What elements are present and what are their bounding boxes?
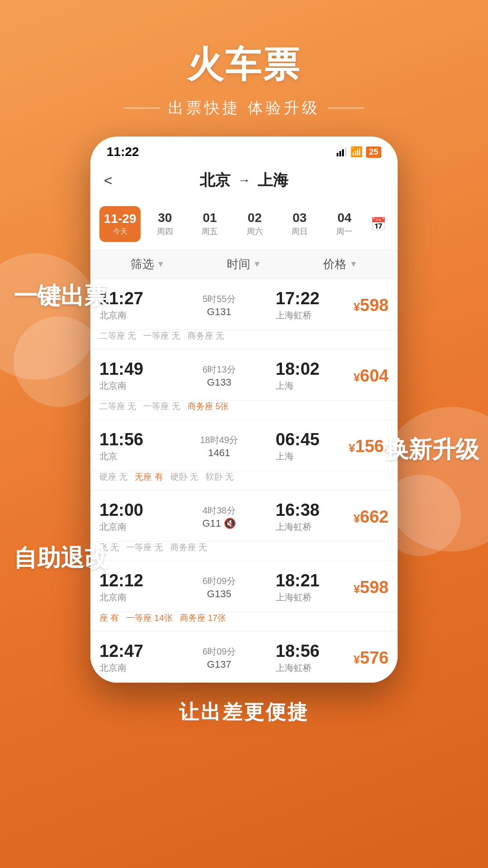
seat-1-0: 二等座 无	[99, 401, 136, 412]
train-arrive-3: 16:38 上海虹桥	[276, 500, 339, 533]
train-arrive-2: 06:45 上海	[276, 430, 339, 462]
route-title: 北京 → 上海	[200, 170, 288, 191]
seat-1-2: 商务座 5张	[188, 401, 229, 412]
bottom-section: 让出差更便捷	[0, 683, 488, 739]
price-value-1: ¥604	[339, 366, 389, 386]
date-item-1[interactable]: 30 周四	[144, 205, 185, 242]
train-middle-4: 6时09分 G135	[163, 575, 276, 600]
train-number-0: G131	[207, 306, 231, 318]
depart-time-5: 12:47	[99, 642, 163, 661]
date-day-4: 周日	[291, 226, 308, 237]
filter-screen-arrow: ▼	[157, 259, 165, 269]
seat-4-0: 座 有	[99, 612, 119, 624]
wifi-icon: 📶	[350, 146, 362, 158]
seat-3-1: 一等座 无	[126, 542, 163, 553]
seat-0-2: 商务座 无	[188, 330, 224, 342]
train-item-0[interactable]: 11:27 北京南 5时55分 G131 17:22 上海虹桥 ¥598	[90, 279, 398, 349]
subtitle-text: 出票快捷 体验升级	[168, 98, 319, 118]
train-row-0: 11:27 北京南 5时55分 G131 17:22 上海虹桥 ¥598	[90, 279, 398, 330]
train-item-3[interactable]: 12:00 北京南 4时38分 G11 🔇 16:38 上海虹桥 ¥662	[90, 491, 398, 561]
date-num-4: 03	[292, 211, 306, 225]
seat-info-0: 二等座 无 一等座 无 商务座 无	[90, 330, 398, 349]
train-number-3: G11 🔇	[202, 518, 236, 529]
date-day-1: 周四	[157, 226, 173, 237]
train-arrive-1: 18:02 上海	[276, 359, 339, 392]
price-value-5: ¥576	[339, 648, 389, 668]
train-number-1: G133	[207, 377, 231, 388]
arrive-station-3: 上海虹桥	[276, 521, 339, 533]
arrive-station-5: 上海虹桥	[276, 662, 339, 674]
status-time: 11:22	[107, 145, 139, 159]
arrive-time-3: 16:38	[276, 500, 339, 520]
back-button[interactable]: <	[104, 172, 113, 189]
train-row-2: 11:56 北京 18时49分 1461 06:45 上海 ¥156.	[90, 420, 398, 471]
header: 火车票 出票快捷 体验升级	[0, 0, 488, 137]
date-item-2[interactable]: 01 周五	[189, 205, 230, 242]
train-row-3: 12:00 北京南 4时38分 G11 🔇 16:38 上海虹桥 ¥662	[90, 491, 398, 542]
duration-4: 6时09分	[202, 575, 235, 587]
seat-info-4: 座 有 一等座 14张 商务座 17张	[90, 612, 398, 632]
train-middle-2: 18时49分 1461	[163, 434, 276, 459]
signal-bar-4	[345, 147, 347, 156]
filter-time[interactable]: 时间 ▼	[196, 256, 292, 272]
train-price-4: ¥598	[339, 578, 389, 597]
train-arrive-0: 17:22 上海虹桥	[276, 289, 339, 321]
dest-city: 上海	[258, 170, 288, 191]
seat-3-2: 商务座 无	[170, 542, 207, 553]
depart-time-4: 12:12	[99, 571, 163, 590]
train-price-3: ¥662	[339, 507, 389, 527]
filter-time-arrow: ▼	[253, 259, 261, 269]
price-value-4: ¥598	[339, 578, 389, 597]
arrive-station-2: 上海	[276, 450, 339, 462]
filter-screen[interactable]: 筛选 ▼	[99, 256, 196, 272]
date-selector: 11-29 今天 30 周四 01 周五 02 周六 03 周日 04 周一	[90, 198, 398, 250]
seat-0-1: 一等座 无	[143, 330, 180, 342]
train-middle-5: 6时09分 G137	[163, 646, 276, 670]
train-list: 11:27 北京南 5时55分 G131 17:22 上海虹桥 ¥598	[90, 279, 398, 683]
train-item-1[interactable]: 11:49 北京南 6时13分 G133 18:02 上海 ¥604	[90, 349, 398, 420]
app-title: 火车票	[0, 41, 488, 90]
train-arrive-4: 18:21 上海虹桥	[276, 571, 339, 604]
date-num-1: 30	[158, 211, 172, 225]
filter-price-label: 价格	[323, 256, 347, 272]
calendar-button[interactable]: 📅	[369, 214, 389, 234]
train-depart-3: 12:00 北京南	[99, 500, 163, 533]
arrive-station-1: 上海	[276, 380, 339, 392]
date-item-5[interactable]: 04 周一	[324, 205, 365, 242]
seat-2-3: 软卧 无	[206, 471, 234, 483]
bottom-label: 让出差更便捷	[179, 701, 309, 723]
filter-screen-label: 筛选	[131, 256, 154, 272]
arrive-time-1: 18:02	[276, 359, 339, 379]
price-value-0: ¥598	[339, 296, 389, 315]
seat-info-2: 硬座 无 无座 有 硬卧 无 软卧 无	[90, 471, 398, 491]
depart-station-3: 北京南	[99, 521, 163, 533]
date-item-0[interactable]: 11-29 今天	[99, 206, 141, 242]
train-price-5: ¥576	[339, 648, 389, 668]
signal-bar-2	[339, 151, 341, 156]
duration-1: 6时13分	[202, 363, 235, 376]
date-item-3[interactable]: 02 周六	[234, 205, 275, 242]
seat-2-2: 硬卧 无	[170, 471, 198, 483]
train-item-5[interactable]: 12:47 北京南 6时09分 G137 18:56 上海虹桥 ¥576	[90, 632, 398, 683]
filter-price[interactable]: 价格 ▼	[292, 256, 389, 272]
label-refund: 自助退改	[14, 542, 108, 574]
train-item-2[interactable]: 11:56 北京 18时49分 1461 06:45 上海 ¥156.	[90, 420, 398, 491]
train-item-4[interactable]: 12:12 北京南 6时09分 G135 18:21 上海虹桥 ¥598	[90, 561, 398, 632]
depart-time-0: 11:27	[99, 289, 163, 308]
train-middle-3: 4时38分 G11 🔇	[163, 505, 276, 529]
train-row-1: 11:49 北京南 6时13分 G133 18:02 上海 ¥604	[90, 349, 398, 401]
depart-station-2: 北京	[99, 450, 163, 462]
train-depart-1: 11:49 北京南	[99, 359, 163, 392]
depart-station-5: 北京南	[99, 662, 163, 674]
price-value-2: ¥156.	[339, 437, 389, 456]
train-row-5: 12:47 北京南 6时09分 G137 18:56 上海虹桥 ¥576	[90, 632, 398, 683]
date-num-5: 04	[338, 211, 352, 225]
signal-bar-3	[342, 149, 344, 156]
duration-2: 18时49分	[200, 434, 239, 446]
train-number-2: 1461	[208, 447, 230, 459]
train-depart-0: 11:27 北京南	[99, 289, 163, 321]
signal-icon	[337, 147, 347, 156]
duration-3: 4时38分	[202, 505, 235, 517]
date-item-4[interactable]: 03 周日	[279, 205, 320, 242]
seat-0-0: 二等座 无	[99, 330, 136, 342]
